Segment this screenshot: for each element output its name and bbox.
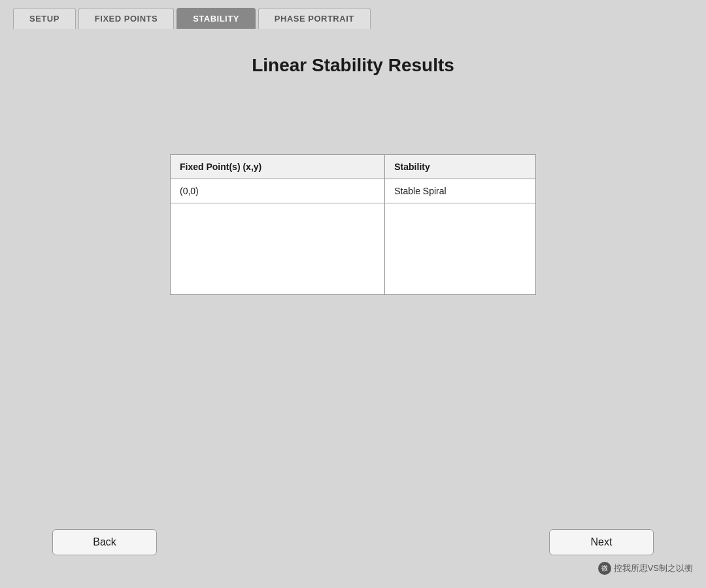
tab-fixed-points[interactable]: FIXED POINTS	[78, 8, 174, 29]
empty-row	[171, 203, 536, 295]
fixed-point-value: (0,0)	[171, 179, 385, 203]
table-row: (0,0) Stable Spiral	[171, 179, 536, 203]
main-content: Linear Stability Results Fixed Point(s) …	[0, 29, 706, 315]
stability-table: Fixed Point(s) (x,y) Stability (0,0) Sta…	[170, 154, 536, 295]
bottom-bar: Back Next	[0, 529, 706, 555]
tab-stability[interactable]: STABILITY	[176, 8, 256, 29]
watermark-text: 控我所思VS制之以衡	[614, 562, 693, 574]
tab-bar: SETUP FIXED POINTS STABILITY PHASE PORTR…	[0, 0, 706, 29]
tab-setup[interactable]: SETUP	[13, 8, 76, 29]
col2-header: Stability	[385, 155, 536, 179]
watermark-icon: 微	[598, 562, 611, 575]
next-button[interactable]: Next	[549, 529, 654, 555]
tab-phase-portrait[interactable]: PHASE PORTRAIT	[258, 8, 371, 29]
col1-header: Fixed Point(s) (x,y)	[171, 155, 385, 179]
page-title: Linear Stability Results	[252, 55, 454, 76]
stability-value: Stable Spiral	[385, 179, 536, 203]
watermark: 微 控我所思VS制之以衡	[598, 562, 693, 575]
back-button[interactable]: Back	[52, 529, 157, 555]
